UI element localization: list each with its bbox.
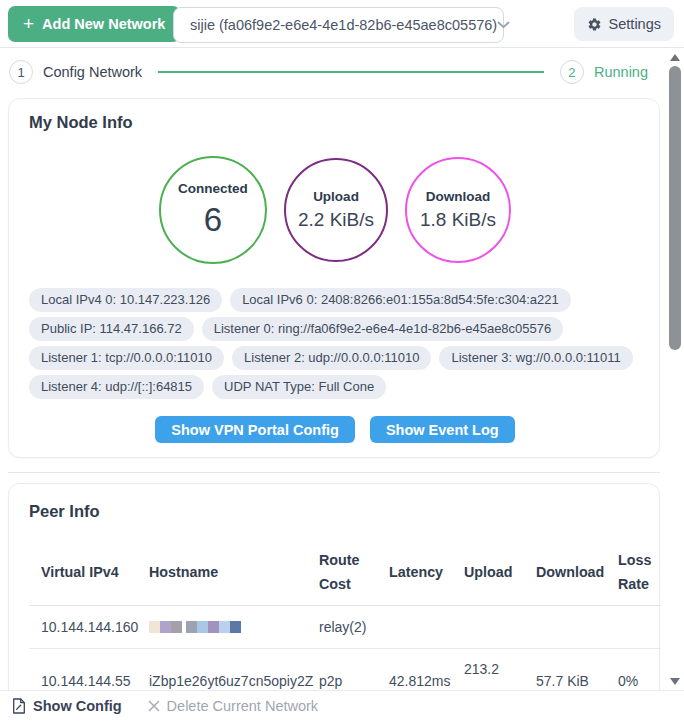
mosaic-group xyxy=(186,621,241,633)
info-chip: UDP NAT Type: Full Cone xyxy=(212,375,386,399)
gauge-upload: Upload2.2 KiB/s xyxy=(284,158,388,262)
cell-text: 42.812ms xyxy=(389,673,450,689)
step-number: 1 xyxy=(9,60,33,84)
cell-text: relay(2) xyxy=(319,619,366,635)
mosaic-block xyxy=(160,621,171,633)
info-chip: Local IPv4 0: 10.147.223.126 xyxy=(29,288,222,312)
chip-row: Listener 1: tcp://0.0.0.0:11010Listener … xyxy=(29,346,643,370)
peer-table-header-row: Virtual IPv4HostnameRoute CostLatencyUpl… xyxy=(29,540,661,605)
peer-info-title: Peer Info xyxy=(29,502,100,521)
step-config-network[interactable]: 1 Config Network xyxy=(9,60,142,84)
delete-current-network-label: Delete Current Network xyxy=(167,698,319,714)
network-select[interactable]: sijie (fa06f9e2-e6e4-4e1d-82b6-e45ae8c05… xyxy=(173,7,504,43)
cell-download xyxy=(524,605,606,648)
chip-row: Listener 4: udp://[::]:64815UDP NAT Type… xyxy=(29,375,643,399)
node-gauges: Connected6Upload2.2 KiB/sDownload1.8 KiB… xyxy=(9,156,661,264)
top-toolbar: + Add New Network sijie (fa06f9e2-e6e4-4… xyxy=(0,0,684,48)
cell-text: 10.144.144.55 xyxy=(41,673,131,689)
mosaic-block xyxy=(197,621,208,633)
info-chip: Listener 1: tcp://0.0.0.0:11010 xyxy=(29,346,224,370)
mosaic-block xyxy=(171,621,182,633)
scrollbar-down-arrow[interactable] xyxy=(670,678,680,685)
mosaic-block xyxy=(230,621,241,633)
column-header-hostname: Hostname xyxy=(137,540,307,605)
mosaic-block xyxy=(208,621,219,633)
column-header-upload: Upload xyxy=(452,540,524,605)
bottom-action-bar: Show Config Delete Current Network xyxy=(0,690,684,721)
scrollbar-thumb[interactable] xyxy=(669,66,681,350)
peer-row: 10.144.144.160relay(2) xyxy=(29,605,661,648)
document-edit-icon xyxy=(12,698,26,714)
gauge-value: 6 xyxy=(204,202,222,238)
add-new-network-button[interactable]: + Add New Network xyxy=(8,6,180,42)
mosaic-block xyxy=(149,621,160,633)
step-label: Config Network xyxy=(43,64,142,80)
step-number: 2 xyxy=(560,60,584,84)
step-label: Running xyxy=(594,64,648,80)
info-chip: Listener 0: ring://fa06f9e2-e6e4-4e1d-82… xyxy=(202,317,564,341)
gauge-value: 2.2 KiB/s xyxy=(298,210,374,231)
vertical-scrollbar xyxy=(666,48,684,690)
plus-icon: + xyxy=(23,14,34,33)
gauge-label: Connected xyxy=(178,181,248,196)
info-chip: Listener 4: udp://[::]:64815 xyxy=(29,375,204,399)
cell-virtual-ipv4: 10.144.144.160 xyxy=(29,605,137,648)
cell-route-cost: relay(2) xyxy=(307,605,377,648)
stepper-connector-line xyxy=(158,71,544,73)
mosaic-block xyxy=(219,621,230,633)
network-select-value: sijie (fa06f9e2-e6e4-4e1d-82b6-e45ae8c05… xyxy=(190,17,497,33)
cell-text: 57.7 KiB xyxy=(536,673,589,689)
scrollbar-up-arrow[interactable] xyxy=(670,54,680,61)
delete-current-network-button[interactable]: Delete Current Network xyxy=(148,698,319,714)
add-new-network-label: Add New Network xyxy=(42,16,165,32)
cell-hostname xyxy=(137,605,307,648)
info-chip: Listener 2: udp://0.0.0.0:11010 xyxy=(232,346,431,370)
node-info-chips: Local IPv4 0: 10.147.223.126Local IPv6 0… xyxy=(29,288,643,404)
column-header-route-cost: Route Cost xyxy=(307,540,377,605)
column-header-latency: Latency xyxy=(377,540,452,605)
info-chip: Local IPv6 0: 2408:8266:e01:155a:8d54:5f… xyxy=(230,288,571,312)
redacted-hostname-mosaic xyxy=(149,621,303,633)
chip-row: Local IPv4 0: 10.147.223.126Local IPv6 0… xyxy=(29,288,643,312)
settings-button[interactable]: Settings xyxy=(574,7,674,41)
cell-latency xyxy=(377,605,452,648)
node-info-title: My Node Info xyxy=(29,113,133,132)
cell-text: iZbp1e26yt6uz7cn5opiy2Z xyxy=(149,673,313,689)
info-chip: Public IP: 114.47.166.72 xyxy=(29,317,194,341)
cell-loss-rate xyxy=(606,605,661,648)
chip-row: Public IP: 114.47.166.72Listener 0: ring… xyxy=(29,317,643,341)
show-event-log-button[interactable]: Show Event Log xyxy=(370,416,515,443)
info-chip: Listener 3: wg://0.0.0.0:11011 xyxy=(439,346,632,370)
show-config-button[interactable]: Show Config xyxy=(12,698,122,714)
mosaic-group xyxy=(149,621,182,633)
gauge-connected: Connected6 xyxy=(159,156,267,264)
cell-upload xyxy=(452,605,524,648)
column-header-loss-rate: Loss Rate xyxy=(606,540,661,605)
gauge-value: 1.8 KiB/s xyxy=(420,210,496,231)
gear-icon xyxy=(587,17,602,32)
my-node-info-card: My Node Info Connected6Upload2.2 KiB/sDo… xyxy=(8,98,660,458)
peer-table: Virtual IPv4HostnameRoute CostLatencyUpl… xyxy=(29,540,661,715)
gauge-label: Upload xyxy=(313,189,359,204)
peer-info-card: Peer Info Virtual IPv4HostnameRoute Cost… xyxy=(8,483,660,721)
gauge-label: Download xyxy=(426,189,491,204)
mosaic-block xyxy=(186,621,197,633)
settings-label: Settings xyxy=(609,16,661,32)
cell-text: p2p xyxy=(319,673,342,689)
column-header-download: Download xyxy=(524,540,606,605)
cell-text: 10.144.144.160 xyxy=(41,619,138,635)
chevron-down-icon xyxy=(497,21,510,29)
close-x-icon xyxy=(148,700,160,712)
config-stepper: 1 Config Network 2 Running xyxy=(0,48,666,96)
show-config-label: Show Config xyxy=(33,698,122,714)
node-buttons-row: Show VPN Portal Config Show Event Log xyxy=(9,416,661,443)
gauge-download: Download1.8 KiB/s xyxy=(405,157,511,263)
cards-divider xyxy=(8,472,660,473)
cell-text: 0% xyxy=(618,673,638,689)
column-header-virtual-ipv4: Virtual IPv4 xyxy=(29,540,137,605)
cell-text: 213.2 xyxy=(464,661,499,677)
show-vpn-portal-config-button[interactable]: Show VPN Portal Config xyxy=(155,416,355,443)
step-running[interactable]: 2 Running xyxy=(560,60,648,84)
